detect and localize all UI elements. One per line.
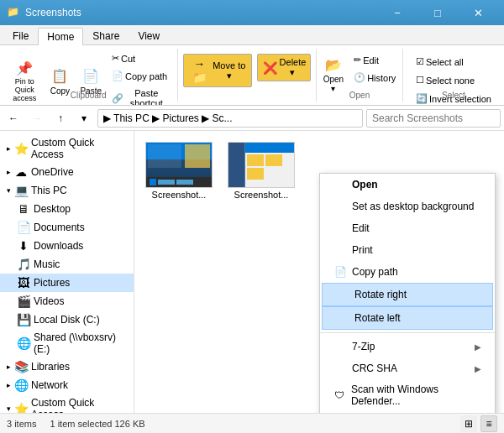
ribbon-tabs: File Home Share View bbox=[0, 25, 504, 45]
quick-access-icon: ⭐ bbox=[14, 142, 28, 155]
ctx-edit[interactable]: Edit bbox=[320, 217, 495, 239]
minimize-button[interactable]: − bbox=[378, 0, 417, 25]
sidebar-item-quick-access[interactable]: ▸ ⭐ Custom Quick Access bbox=[0, 134, 134, 163]
submenu-arrow: ▶ bbox=[475, 364, 481, 373]
tab-home[interactable]: Home bbox=[38, 28, 83, 45]
ctx-crc-sha[interactable]: CRC SHA ▶ bbox=[320, 357, 495, 379]
sidebar-item-shared[interactable]: 🌐 Shared (\\vboxsrv) (E:) bbox=[0, 329, 134, 357]
history-button[interactable]: 🕐 History bbox=[349, 70, 400, 86]
network-icon: 🌐 bbox=[14, 378, 28, 392]
chevron-icon: ▸ bbox=[7, 381, 11, 389]
music-icon: 🎵 bbox=[17, 258, 30, 271]
select-none-button[interactable]: ☐ Select none bbox=[412, 72, 496, 88]
open-button[interactable]: 📂 Open ▾ bbox=[319, 52, 348, 96]
sidebar-item-network[interactable]: ▸ 🌐 Network bbox=[0, 376, 134, 394]
select-none-icon: ☐ bbox=[416, 75, 424, 86]
up-button[interactable]: ↑ bbox=[50, 108, 71, 128]
this-pc-icon: 💻 bbox=[14, 184, 28, 197]
file-name: Screenshot... bbox=[152, 190, 207, 200]
copy-path-button[interactable]: 📄 Copy path bbox=[108, 68, 171, 84]
file-thumbnail bbox=[228, 142, 295, 188]
ctx-print[interactable]: Print bbox=[320, 239, 495, 261]
sidebar-label-pictures: Pictures bbox=[34, 277, 70, 289]
ctx-copy-path[interactable]: 📄 Copy path bbox=[320, 261, 495, 283]
window-controls: − □ ✕ bbox=[378, 0, 497, 25]
move-to-icon: →📁 bbox=[189, 57, 210, 84]
sidebar-item-this-pc[interactable]: ▾ 💻 This PC bbox=[0, 181, 134, 200]
submenu-arrow: ▶ bbox=[475, 342, 481, 352]
large-icons-view-button[interactable]: ⊞ bbox=[460, 415, 477, 432]
sidebar-label-music: Music bbox=[34, 258, 60, 270]
recent-button[interactable]: ▾ bbox=[74, 108, 94, 128]
cut-icon: ✂ bbox=[112, 53, 119, 64]
search-input[interactable] bbox=[366, 109, 501, 128]
ctx-set-desktop[interactable]: Set as desktop background bbox=[320, 196, 495, 217]
ctx-rotate-right[interactable]: Rotate right bbox=[322, 283, 493, 306]
cut-button[interactable]: ✂ Cut bbox=[108, 50, 171, 66]
sidebar-item-libraries[interactable]: ▸ 📚 Libraries bbox=[0, 357, 134, 376]
move-to-button[interactable]: →📁 Move to ▾ bbox=[183, 54, 252, 87]
chevron-icon: ▸ bbox=[7, 144, 11, 153]
sidebar-item-custom-quick-2[interactable]: ▾ ⭐ Custom Quick Access bbox=[0, 394, 134, 413]
selected-info: 1 item selected 126 KB bbox=[50, 419, 144, 429]
sidebar-label-downloads: Downloads bbox=[34, 240, 83, 252]
select-group: ☑ Select all ☐ Select none 🔄 Invert sele… bbox=[403, 49, 504, 102]
sidebar-label-documents: Documents bbox=[34, 222, 85, 233]
select-all-button[interactable]: ☑ Select all bbox=[412, 54, 496, 70]
window-icon: 📁 bbox=[7, 6, 20, 19]
item-count: 3 items bbox=[7, 419, 36, 429]
chevron-icon: ▾ bbox=[7, 186, 11, 195]
details-view-button[interactable]: ≡ bbox=[480, 415, 497, 432]
sidebar-item-downloads[interactable]: ⬇ Downloads bbox=[0, 237, 134, 255]
context-menu: Open Set as desktop background Edit Prin… bbox=[319, 173, 496, 413]
delete-button[interactable]: ❌ Delete ▾ bbox=[257, 54, 311, 81]
sidebar-item-onedrive[interactable]: ▸ ☁ OneDrive bbox=[0, 163, 134, 181]
organize-btns: →📁 Move to ▾ ❌ Delete ▾ bbox=[183, 50, 312, 100]
tab-file[interactable]: File bbox=[3, 27, 38, 44]
sidebar-item-music[interactable]: 🎵 Music bbox=[0, 255, 134, 274]
shared-icon: 🌐 bbox=[17, 336, 30, 350]
sidebar-item-desktop[interactable]: 🖥 Desktop bbox=[0, 200, 134, 218]
main-layout: ▸ ⭐ Custom Quick Access ▸ ☁ OneDrive ▾ 💻… bbox=[0, 131, 504, 413]
organize-group: →📁 Move to ▾ ❌ Delete ▾ bbox=[178, 49, 318, 102]
file-item[interactable]: Screenshot... bbox=[223, 138, 299, 204]
tab-view[interactable]: View bbox=[129, 27, 169, 44]
open-small-btns: ✏ Edit 🕐 History bbox=[349, 52, 400, 86]
file-item[interactable]: Screenshot... bbox=[141, 138, 217, 204]
thumb-preview bbox=[146, 143, 212, 187]
edit-button[interactable]: ✏ Edit bbox=[349, 52, 400, 68]
ctx-open[interactable]: Open bbox=[320, 174, 495, 196]
documents-icon: 📄 bbox=[17, 221, 30, 234]
sidebar-item-pictures[interactable]: 🖼 Pictures bbox=[0, 274, 134, 292]
edit-icon: ✏ bbox=[354, 55, 361, 65]
chevron-icon: ▸ bbox=[7, 168, 11, 176]
paste-shortcut-button[interactable]: 🔗 Paste shortcut bbox=[108, 86, 171, 106]
sidebar-item-documents[interactable]: 📄 Documents bbox=[0, 218, 134, 237]
forward-button[interactable]: → bbox=[27, 108, 47, 128]
tab-share[interactable]: Share bbox=[83, 27, 129, 44]
local-disk-icon: 💾 bbox=[17, 313, 30, 326]
pin-quick-access-button[interactable]: 📌 Pin to Quickaccess bbox=[5, 55, 44, 106]
ctx-scan-defender[interactable]: 🛡 Scan with Windows Defender... bbox=[320, 379, 495, 411]
window-title: Screenshots bbox=[25, 7, 378, 18]
address-bar[interactable] bbox=[97, 109, 363, 128]
sidebar-item-local-disk[interactable]: 💾 Local Disk (C:) bbox=[0, 310, 134, 329]
ctx-open-with[interactable]: Open with ▶ bbox=[320, 411, 495, 413]
sidebar-item-videos[interactable]: 🎬 Videos bbox=[0, 292, 134, 310]
back-button[interactable]: ← bbox=[3, 108, 24, 128]
desktop-bg-icon bbox=[333, 200, 347, 213]
ctx-rotate-left[interactable]: Rotate left bbox=[322, 306, 493, 330]
file-name: Screenshot... bbox=[234, 190, 289, 200]
onedrive-icon: ☁ bbox=[14, 165, 28, 179]
open-label: Open bbox=[349, 91, 370, 100]
quick-access2-icon: ⭐ bbox=[14, 402, 28, 413]
file-thumbnail bbox=[145, 142, 213, 188]
maximize-button[interactable]: □ bbox=[418, 0, 457, 25]
status-bar: 3 items 1 item selected 126 KB ⊞ ≡ bbox=[0, 413, 504, 433]
clipboard-label: Clipboard bbox=[71, 91, 107, 100]
nav-bar: ← → ↑ ▾ bbox=[0, 106, 504, 131]
sidebar-label-quick-access: Custom Quick Access bbox=[31, 137, 127, 160]
open-icon bbox=[333, 178, 347, 191]
ctx-7zip[interactable]: 7-Zip ▶ bbox=[320, 336, 495, 357]
close-button[interactable]: ✕ bbox=[459, 0, 497, 25]
